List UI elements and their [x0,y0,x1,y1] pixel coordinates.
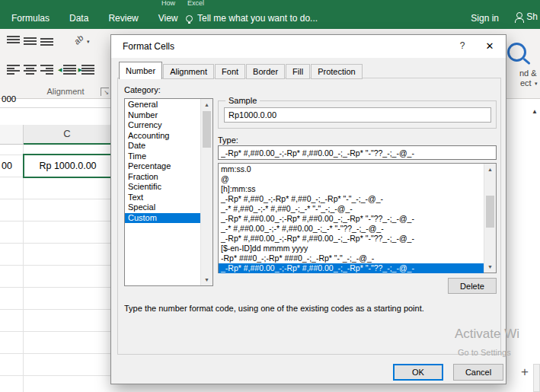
scroll-down-icon[interactable]: ▼ [484,261,496,272]
increase-indent-icon[interactable]: ▶ [78,65,94,75]
dialog-title: Format Cells [123,41,174,52]
ribbon-tab-item[interactable]: Data [59,8,98,29]
code-item[interactable]: @ [219,174,484,184]
align-top-icon[interactable] [7,36,20,46]
alignment-group-label: Alignment [21,87,110,96]
dlg-tab-item[interactable]: Protection [311,64,363,79]
find-select-label-line1[interactable]: nd & [519,69,537,78]
ribbon-tab-item[interactable]: Formulas [2,8,59,29]
ribbon-tab-item[interactable]: View [149,8,188,29]
category-scrollbar[interactable]: ▲ ▼ [200,99,212,285]
decrease-indent-icon[interactable]: ◀ [59,65,76,75]
cat-item[interactable]: Date [125,141,200,151]
column-header-c[interactable]: C [24,125,111,145]
dlg-tab-item[interactable]: Alignment [163,64,214,79]
sample-value: Rp1000.0.00 [224,107,491,123]
align-left-icon[interactable] [7,65,20,75]
cat-item[interactable]: Accounting [125,131,200,142]
cancel-button[interactable]: Cancel [453,364,503,381]
align-bottom-icon[interactable] [40,36,53,46]
cat-item[interactable]: Percentage [125,161,200,172]
indent-left-arrow-icon: ◀ [58,67,62,73]
dlg-tab-item[interactable]: Fill [286,64,310,79]
code-item[interactable]: -Rp* ###0_-;-Rp* ###0_-;_-Rp* "-"_-;_-@_… [219,253,484,263]
orientation-icon[interactable]: ab [72,33,85,46]
code-item[interactable]: mm:ss.0 [219,164,484,174]
type-input[interactable] [218,145,497,160]
code-item[interactable]: [$-en-ID]dd mmmm yyyy [219,244,484,253]
alignment-dialog-launcher[interactable]: ↘ [101,88,109,96]
find-select-magnifier-icon[interactable] [507,43,526,62]
ribbon-tab-list: FormulasDataReviewView [2,8,188,29]
lightbulb-icon [186,15,193,22]
tellme-box[interactable]: Tell me what you want to do... [186,8,318,29]
gridline-vertical [23,145,24,392]
window-title-partial: How [161,0,175,7]
format-code-list: mm:ss.0@[h]:mm:ss_-Rp* #,##0_-;-Rp* #,##… [219,164,484,273]
cat-item[interactable]: Scientific [125,182,200,193]
tellme-label: Tell me what you want to do... [197,13,318,24]
ribbon-tab-item[interactable]: Review [98,8,148,29]
cat-item[interactable]: Currency [125,120,200,131]
scrollbar-thumb[interactable] [203,111,211,148]
window-titlebar: How Excel [0,0,540,8]
active-cell[interactable]: Rp 1000.0.00 [23,154,113,178]
scrollbar-thumb[interactable] [486,196,494,228]
cat-item[interactable]: Text [125,193,200,203]
activate-windows-watermark: Activate Wi [455,327,519,342]
code-item[interactable]: _-Rp* #,##0.00_-;-Rp* #,##0.00_-;_-Rp* "… [219,234,484,244]
cat-item[interactable]: Special [125,202,200,213]
dialog-help-button[interactable]: ? [454,40,471,54]
dialog-titlebar: Format Cells [111,35,506,58]
find-select-label-line2[interactable]: ect [520,78,532,88]
scroll-up-icon[interactable]: ▲ [201,99,212,110]
column-header-partial[interactable] [0,125,24,145]
dlg-tab-item[interactable]: Number [119,62,162,79]
column-header-row: C [0,125,111,145]
sample-label: Sample [225,96,260,105]
go-to-settings-watermark: Go to Settings [458,348,511,357]
dlg-tab-item[interactable]: Border [246,64,285,79]
align-middle-icon[interactable] [24,36,37,46]
sheet-scroll-up-icon[interactable]: ▲ [532,108,538,115]
align-right-icon[interactable] [40,65,53,75]
category-list: GeneralNumberCurrencyAccountingDateTimeP… [125,100,200,223]
sign-in-button[interactable]: Sign in [471,13,499,24]
sheet-grid[interactable] [0,145,111,392]
code-item[interactable]: _-Rp* #,##0.00_-;-Rp* #,##0.00_-;_-Rp* "… [219,263,484,273]
formula-bar-divider [0,107,111,108]
dialog-description: Type the number format code, using one o… [124,304,494,313]
code-item[interactable]: _-Rp* #,##0_-;-Rp* #,##0_-;_-Rp* "-"_-;_… [219,194,484,204]
name-box-partial: 000 [2,94,16,104]
app-title-partial: Excel [187,0,204,7]
dlg-tab-item[interactable]: Font [215,64,245,79]
share-label: Sh [526,11,538,22]
orientation-dropdown-icon[interactable]: ▾ [87,39,90,45]
align-center-icon[interactable] [24,65,37,75]
format-cells-dialog: Format Cells ? ✕ NumberAlignmentFontBord… [110,34,506,384]
cat-item[interactable]: Number [125,110,200,121]
cat-item[interactable]: Time [125,151,200,162]
ribbon-tabbar: FormulasDataReviewView Tell me what you … [0,8,540,29]
cat-item[interactable]: Fraction [125,172,200,183]
dialog-close-button[interactable]: ✕ [480,39,500,54]
cell-partial-value[interactable]: 00 [2,155,12,177]
scrollbar-corner[interactable] [533,364,540,392]
dialog-tab-list: NumberAlignmentFontBorderFillProtection [119,63,363,79]
excel-window: How Excel FormulasDataReviewView Tell me… [0,0,540,392]
format-code-scrollbar[interactable]: ▲ ▼ [484,164,496,272]
scroll-up-icon[interactable]: ▲ [484,164,496,175]
new-sheet-plus-icon[interactable]: + [521,365,529,380]
delete-button[interactable]: Delete [448,278,497,294]
code-item[interactable]: [h]:mm:ss [219,184,484,194]
share-button[interactable]: Sh [514,11,538,22]
scroll-down-icon[interactable]: ▼ [201,274,212,285]
ok-button[interactable]: OK [393,364,443,381]
cat-item[interactable]: General [125,100,200,110]
code-item[interactable]: _-Rp* #,##0.00_-;-Rp* #,##0.00_-;_-Rp* "… [219,214,484,224]
code-item[interactable]: _-* #,##0_-;-* #,##0_-;_-* "-"_-;_-@_- [219,204,484,214]
cat-item[interactable]: Custom [125,213,200,224]
find-select-dropdown-icon: ▾ [535,81,538,87]
sample-group: Sample Rp1000.0.00 [218,100,497,129]
code-item[interactable]: _-* #,##0.00_-;-* #,##0.00_-;_-* "-"??_-… [219,224,484,234]
